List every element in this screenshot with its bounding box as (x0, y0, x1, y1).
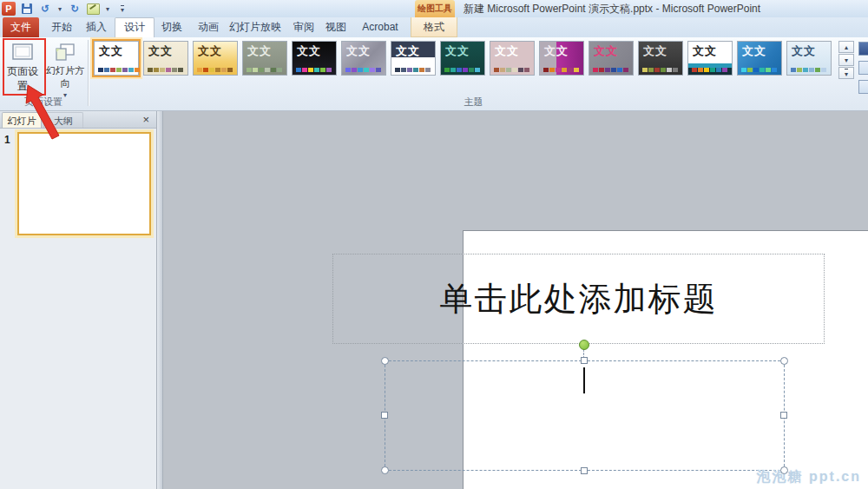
title-placeholder[interactable]: 单击此处添加标题 (332, 254, 825, 344)
slide-number: 1 (4, 134, 10, 146)
theme-tile-label: 文文 (742, 43, 766, 59)
theme-tile-label: 文文 (792, 43, 816, 59)
title-placeholder-text: 单击此处添加标题 (333, 254, 824, 343)
theme-tile-label: 文文 (544, 43, 569, 59)
theme-tile-label: 文文 (594, 43, 618, 59)
gallery-more-button[interactable]: ▾ (838, 67, 854, 79)
redo-icon[interactable]: ↺ (68, 2, 82, 16)
theme-tile-4[interactable]: 文文 (242, 41, 287, 76)
watermark: 泡泡糖 ppt.cn (757, 468, 861, 486)
group-separator (88, 40, 89, 106)
rotation-handle[interactable] (579, 340, 589, 350)
resize-handle-top-left[interactable] (381, 357, 389, 365)
undo-icon[interactable]: ↺ (38, 2, 52, 16)
tab-home[interactable]: 开始 (45, 17, 78, 37)
annotation-arrow-icon (17, 82, 62, 142)
panel-splitter[interactable] (157, 111, 163, 489)
theme-tile-10[interactable]: 文文 (539, 41, 584, 76)
theme-tile-7[interactable]: 文文 (391, 41, 436, 76)
theme-tile-12[interactable]: 文文 (638, 41, 683, 76)
theme-tile-label: 文文 (198, 43, 222, 59)
theme-tile-3[interactable]: 文文 (193, 41, 238, 76)
powerpoint-logo-icon[interactable]: P (2, 2, 16, 16)
theme-swatches (543, 68, 579, 72)
tab-file[interactable]: 文件 (3, 17, 39, 37)
theme-swatches (98, 68, 140, 72)
theme-swatches (247, 68, 282, 72)
theme-gallery: 文文文文文文文文文文文文文文文文文文文文文文文文文文文文文文 (94, 41, 836, 81)
theme-tile-6[interactable]: 文文 (341, 41, 386, 76)
theme-tile-15[interactable]: 文文 (786, 41, 832, 76)
drawing-tools-contextual-header: 绘图工具 (415, 0, 455, 17)
theme-tile-label: 文文 (693, 43, 717, 59)
theme-swatches (791, 68, 826, 72)
tab-format[interactable]: 格式 (411, 17, 457, 37)
ribbon-tab-row: 文件 开始 插入 设计 切换 动画 幻灯片放映 审阅 视图 Acrobat 格式 (0, 17, 868, 37)
text-cursor (583, 367, 585, 393)
pen-dropdown-icon[interactable]: ▾ (104, 2, 111, 16)
tab-insert[interactable]: 插入 (80, 17, 113, 37)
tab-acrobat[interactable]: Acrobat (356, 17, 404, 37)
theme-swatches (692, 68, 727, 72)
resize-handle-bottom-left[interactable] (381, 466, 389, 474)
customize-qat-icon[interactable]: ▾ (115, 2, 129, 16)
theme-tile-1[interactable]: 文文 (94, 41, 139, 76)
gallery-scroll-down-button[interactable]: ▾ (838, 54, 854, 66)
theme-swatches (741, 68, 777, 72)
resize-handle-middle-left[interactable] (381, 412, 388, 419)
resize-handle-top-center[interactable] (581, 357, 588, 364)
theme-tile-label: 文文 (346, 43, 371, 59)
gallery-scroll-controls: ▴ ▾ ▾ (838, 41, 854, 79)
tab-animations[interactable]: 动画 (191, 17, 226, 37)
theme-swatches (148, 68, 183, 72)
tab-review[interactable]: 审阅 (286, 17, 321, 37)
slide-thumbnail[interactable] (17, 132, 151, 235)
save-icon[interactable] (20, 2, 34, 16)
resize-handle-middle-right[interactable] (780, 412, 787, 419)
tab-slideshow[interactable]: 幻灯片放映 (227, 17, 283, 37)
theme-tile-5[interactable]: 文文 (292, 41, 337, 76)
window-title: 新建 Microsoft PowerPoint 演示文稿.pptx - Micr… (464, 0, 760, 17)
tab-view[interactable]: 视图 (319, 17, 352, 37)
resize-handle-bottom-center[interactable] (581, 467, 588, 474)
undo-dropdown-icon[interactable]: ▾ (56, 2, 63, 16)
quick-access-toolbar: P ↺ ▾ ↺ ▾ ▾ (2, 1, 129, 17)
tab-design[interactable]: 设计 (115, 17, 155, 38)
ribbon: 页面设置 幻灯片方向 ▾ 页面设置 文文文文文文文文文文文文文文文文文文文文文文… (0, 37, 868, 111)
themes-group-label: 主题 (94, 96, 853, 109)
theme-swatches (593, 68, 628, 72)
theme-tile-11[interactable]: 文文 (589, 41, 634, 76)
theme-tile-label: 文文 (148, 43, 173, 59)
theme-tile-8[interactable]: 文文 (440, 41, 485, 76)
powerpoint-window: P ↺ ▾ ↺ ▾ ▾ 绘图工具 新建 Microsoft PowerPoint… (0, 0, 868, 489)
slides-panel: 幻灯片 大纲 × 1 (0, 111, 157, 489)
theme-swatches (197, 68, 233, 72)
theme-tile-14[interactable]: 文文 (737, 41, 782, 76)
pen-icon[interactable] (86, 2, 100, 16)
theme-swatches (642, 68, 678, 72)
theme-swatches (345, 68, 381, 72)
theme-tile-label: 文文 (297, 43, 321, 59)
clipped-theme-tools (858, 42, 868, 94)
theme-swatches (494, 68, 529, 72)
theme-tile-9[interactable]: 文文 (490, 41, 535, 76)
theme-swatches (296, 68, 332, 72)
theme-swatches (395, 68, 431, 72)
theme-tile-label: 文文 (495, 43, 519, 59)
slide-orientation-icon (54, 43, 76, 62)
theme-tile-label: 文文 (396, 43, 420, 59)
close-icon[interactable]: × (142, 113, 149, 127)
theme-tile-label: 文文 (643, 43, 667, 59)
theme-tile-label: 文文 (247, 43, 272, 59)
theme-tile-label: 文文 (445, 43, 470, 59)
resize-handle-top-right[interactable] (780, 357, 788, 365)
gallery-scroll-up-button[interactable]: ▴ (838, 41, 854, 53)
theme-swatches (444, 68, 480, 72)
resize-handle-bottom-right[interactable] (780, 466, 788, 474)
theme-tile-2[interactable]: 文文 (143, 41, 188, 76)
theme-tile-label: 文文 (99, 43, 123, 59)
tab-transitions[interactable]: 切换 (155, 17, 189, 37)
title-bar: P ↺ ▾ ↺ ▾ ▾ 绘图工具 新建 Microsoft PowerPoint… (0, 0, 868, 18)
theme-tile-13[interactable]: 文文 (687, 41, 733, 76)
